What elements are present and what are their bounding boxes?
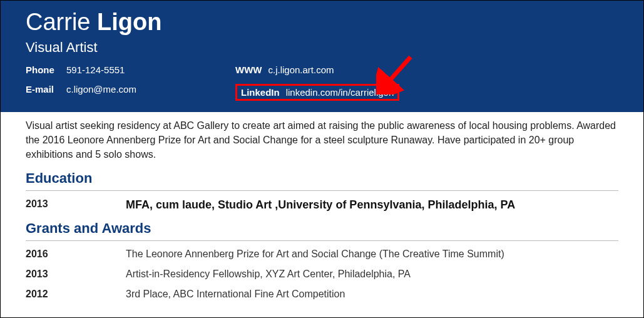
- grant-detail: Artist-in-Residency Fellowship, XYZ Art …: [126, 269, 411, 280]
- email-value: c.ligon@me.com: [66, 84, 136, 95]
- summary-text: Visual artist seeking residency at ABC G…: [26, 118, 618, 162]
- education-section-title: Education: [26, 170, 618, 191]
- phone-value: 591-124-5551: [66, 64, 125, 75]
- linkedin-highlight-box: LinkedIn linkedin.com/in/carrieligon: [235, 84, 399, 101]
- contact-email-row: E-mail c.ligon@me.com: [26, 84, 235, 95]
- resume-body: Visual artist seeking residency at ABC G…: [1, 112, 643, 300]
- www-value: c.j.ligon.art.com: [268, 64, 334, 75]
- education-row: 2013 MFA, cum laude, Studio Art ,Univers…: [26, 198, 618, 212]
- contact-phone-row: Phone 591-124-5551: [26, 64, 235, 75]
- contact-www-row: WWW c.j.ligon.art.com: [235, 64, 399, 75]
- grant-detail: 3rd Place, ABC International Fine Art Co…: [126, 289, 345, 300]
- grant-year: 2013: [26, 269, 126, 280]
- education-year: 2013: [26, 198, 126, 212]
- first-name: Carrie: [26, 9, 90, 35]
- grants-section-title: Grants and Awards: [26, 220, 618, 241]
- contact-col-left: Phone 591-124-5551 E-mail c.ligon@me.com: [26, 64, 235, 101]
- grant-row: 2016 The Leonore Annenberg Prize for Art…: [26, 249, 618, 260]
- last-name: Ligon: [97, 9, 161, 35]
- linkedin-value: linkedin.com/in/carrieligon: [286, 87, 394, 98]
- linkedin-label: LinkedIn: [241, 87, 280, 98]
- grant-row: 2012 3rd Place, ABC International Fine A…: [26, 289, 618, 300]
- education-detail: MFA, cum laude, Studio Art ,University o…: [126, 198, 515, 212]
- email-label: E-mail: [26, 84, 60, 95]
- contact-linkedin-row: LinkedIn linkedin.com/in/carrieligon: [235, 84, 399, 101]
- grant-detail: The Leonore Annenberg Prize for Art and …: [126, 249, 504, 260]
- grant-year: 2016: [26, 249, 126, 260]
- phone-label: Phone: [26, 64, 60, 75]
- www-label: WWW: [235, 64, 262, 75]
- grant-year: 2012: [26, 289, 126, 300]
- contact-col-right: WWW c.j.ligon.art.com LinkedIn linkedin.…: [235, 64, 399, 101]
- grant-row: 2013 Artist-in-Residency Fellowship, XYZ…: [26, 269, 618, 280]
- contact-grid: Phone 591-124-5551 E-mail c.ligon@me.com…: [26, 64, 618, 101]
- name-block: Carrie Ligon: [26, 9, 618, 36]
- role-title: Visual Artist: [26, 39, 618, 56]
- resume-header: Carrie Ligon Visual Artist Phone 591-124…: [1, 1, 643, 112]
